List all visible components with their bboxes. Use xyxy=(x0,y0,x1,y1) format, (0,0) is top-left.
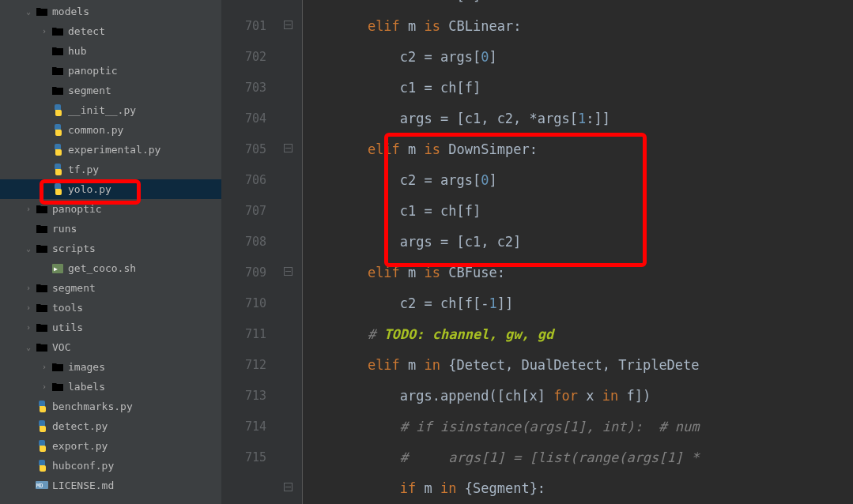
line-number: 715 xyxy=(221,442,266,473)
chevron-down-icon[interactable]: ⌄ xyxy=(22,244,35,253)
fold-toggle-icon[interactable] xyxy=(284,144,293,154)
chevron-right-icon[interactable]: › xyxy=(38,27,51,36)
code-line[interactable]: # TODO: channel, gw, gd xyxy=(303,319,853,350)
fold-toggle-icon[interactable] xyxy=(284,267,293,277)
svg-text:▶: ▶ xyxy=(54,265,58,273)
tree-item-models[interactable]: ⌄models xyxy=(0,2,221,21)
code-line[interactable]: # if isinstance(args[1], int): # num xyxy=(303,412,853,442)
folder-icon xyxy=(51,27,65,36)
tree-item-runs[interactable]: runs xyxy=(0,219,221,239)
code-line[interactable]: c2 = args[0] xyxy=(303,165,853,196)
tree-item-license-md[interactable]: MDLICENSE.md xyxy=(0,476,221,495)
tree-item-detect-py[interactable]: detect.py xyxy=(0,416,221,436)
line-number: 710 xyxy=(221,288,266,319)
chevron-right-icon[interactable]: › xyxy=(22,323,35,332)
tree-item-labels[interactable]: ›labels xyxy=(0,377,221,397)
chevron-right-icon[interactable]: › xyxy=(22,284,35,292)
tree-label: runs xyxy=(52,223,77,235)
line-number: 708 xyxy=(221,227,266,258)
line-number: 711 xyxy=(221,319,266,350)
tree-item-tools[interactable]: ›tools xyxy=(0,298,221,318)
line-number: 703 xyxy=(221,73,266,103)
python-file-icon xyxy=(35,440,49,452)
code-line[interactable]: elif m is CBLinear: xyxy=(303,11,853,42)
tree-label: segment xyxy=(68,85,111,96)
folder-icon xyxy=(35,303,49,313)
tree-item-segment[interactable]: ›segment xyxy=(0,278,221,298)
tree-label: get_coco.sh xyxy=(68,262,136,274)
tree-item---init---py[interactable]: __init__.py xyxy=(0,100,221,120)
tree-label: LICENSE.md xyxy=(52,480,114,491)
python-file-icon xyxy=(35,460,49,472)
chevron-right-icon[interactable]: › xyxy=(22,303,35,312)
code-line[interactable]: elif m in {Detect, DualDetect, TripleDet… xyxy=(303,350,853,381)
tree-item-scripts[interactable]: ⌄scripts xyxy=(0,239,221,258)
code-line[interactable]: elif m is DownSimper: xyxy=(303,134,853,165)
tree-item-images[interactable]: ›images xyxy=(0,357,221,377)
tree-label: export.py xyxy=(52,440,108,452)
chevron-down-icon[interactable]: ⌄ xyxy=(22,7,35,16)
python-file-icon xyxy=(51,144,65,156)
tree-item-panoptic[interactable]: ›panoptic xyxy=(0,199,221,219)
line-number: 700 xyxy=(221,0,266,11)
folder-icon xyxy=(35,284,49,293)
tree-item-export-py[interactable]: export.py xyxy=(0,436,221,456)
python-file-icon xyxy=(35,401,49,412)
tree-label: VOC xyxy=(52,341,70,353)
code-line[interactable]: # args[1] = [list(range(args[1] * xyxy=(303,442,853,473)
tree-item-yolo-py[interactable]: yolo.py xyxy=(0,179,221,199)
folder-icon xyxy=(35,323,49,333)
code-line[interactable]: c1 = ch[f] xyxy=(303,196,853,227)
code-line[interactable]: c2 = ch[f[-1]] xyxy=(303,288,853,319)
tree-item-benchmarks-py[interactable]: benchmarks.py xyxy=(0,397,221,416)
tree-item-utils[interactable]: ›utils xyxy=(0,318,221,337)
tree-item-hubconf-py[interactable]: hubconf.py xyxy=(0,456,221,476)
tree-label: __init__.py xyxy=(68,104,136,116)
file-tree-sidebar[interactable]: ⌄models›detecthubpanopticsegment__init__… xyxy=(0,0,221,504)
tree-item-voc[interactable]: ⌄VOC xyxy=(0,337,221,357)
svg-text:MD: MD xyxy=(36,483,43,489)
code-line[interactable]: if m in {Segment}: xyxy=(303,473,853,504)
python-file-icon xyxy=(51,124,65,136)
tree-label: common.py xyxy=(68,124,123,136)
code-area[interactable]: c2 = ch[f] * 4 elif m is CBLinear: c2 = … xyxy=(303,0,853,504)
line-number: 706 xyxy=(221,165,266,196)
tree-label: tools xyxy=(52,302,83,314)
code-line[interactable]: c2 = args[0] xyxy=(303,42,853,73)
fold-toggle-icon[interactable] xyxy=(284,483,293,493)
folder-icon xyxy=(35,244,49,254)
code-line[interactable]: c2 = ch[f] * 4 xyxy=(303,0,853,11)
tree-label: labels xyxy=(68,381,105,393)
tree-item-common-py[interactable]: common.py xyxy=(0,120,221,140)
code-editor[interactable]: 7007017027037047057067077087097107117127… xyxy=(221,0,853,504)
tree-label: hub xyxy=(68,45,86,57)
fold-column[interactable] xyxy=(281,0,303,504)
folder-icon xyxy=(51,382,65,392)
code-line[interactable]: elif m is CBFuse: xyxy=(303,258,853,288)
folder-icon xyxy=(35,205,49,214)
line-number: 705 xyxy=(221,134,266,165)
code-line[interactable]: c1 = ch[f] xyxy=(303,73,853,103)
chevron-down-icon[interactable]: ⌄ xyxy=(22,343,35,352)
tree-item-experimental-py[interactable]: experimental.py xyxy=(0,140,221,160)
folder-icon xyxy=(51,86,65,96)
fold-toggle-icon[interactable] xyxy=(284,21,293,31)
chevron-right-icon[interactable]: › xyxy=(38,363,51,371)
tree-item-get-coco-sh[interactable]: ▶get_coco.sh xyxy=(0,258,221,278)
python-file-icon xyxy=(51,164,65,175)
tree-item-detect[interactable]: ›detect xyxy=(0,21,221,41)
tree-item-panoptic[interactable]: panoptic xyxy=(0,61,221,81)
code-line[interactable]: args.append([ch[x] for x in f]) xyxy=(303,381,853,412)
chevron-right-icon[interactable]: › xyxy=(22,205,35,213)
tree-label: detect xyxy=(68,25,105,37)
tree-item-segment[interactable]: segment xyxy=(0,81,221,100)
folder-icon xyxy=(51,363,65,372)
folder-icon xyxy=(51,47,65,56)
chevron-right-icon[interactable]: › xyxy=(38,382,51,391)
tree-item-hub[interactable]: hub xyxy=(0,41,221,61)
code-line[interactable]: args = [c1, c2, *args[1:]] xyxy=(303,103,853,134)
tree-label: panoptic xyxy=(52,203,102,215)
tree-label: detect.py xyxy=(52,420,108,432)
tree-item-tf-py[interactable]: tf.py xyxy=(0,160,221,179)
code-line[interactable]: args = [c1, c2] xyxy=(303,227,853,258)
